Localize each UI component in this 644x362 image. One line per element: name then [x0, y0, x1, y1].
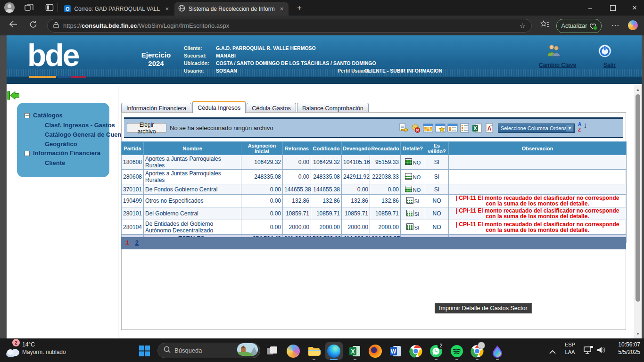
cambio-clave-link[interactable]: Cambio Clave [539, 62, 576, 68]
browser-tab-correo[interactable]: O Correo: GAD PARROQUIAL VALLE × [60, 2, 173, 16]
col-recaudado: Recaudado [370, 142, 401, 155]
scroll-up-icon[interactable]: ▲ [634, 86, 642, 93]
tab-close-icon[interactable]: × [280, 5, 284, 12]
table-row: 370101 De Fondos Gobierno Central 0.00 1… [122, 184, 627, 195]
cliente-label: Cliente: [184, 45, 202, 51]
sidebar-item-clasf-ingresos-gastos[interactable]: Clasf. Ingresos - Gastos [45, 122, 115, 129]
delete-file-icon[interactable] [411, 123, 421, 133]
page-2-link[interactable]: 2 [135, 239, 139, 246]
back-icon[interactable] [8, 20, 17, 31]
browser-menu-icon[interactable]: … [611, 18, 620, 28]
svg-text:X: X [473, 125, 477, 131]
running-indicator [354, 359, 356, 360]
window-minimize-icon[interactable]: – [581, 0, 600, 16]
detail-list-icon[interactable] [460, 123, 470, 133]
sort-column-dropdown[interactable]: Seleccione Columna Ordena ▼ [498, 123, 575, 133]
form-window-icon[interactable] [447, 123, 458, 133]
chevron-down-icon: ▼ [566, 125, 573, 132]
search-highlight-image[interactable] [237, 343, 258, 358]
bookmark-star-icon[interactable]: ☆ [520, 22, 526, 30]
language-region[interactable]: LAA [562, 349, 578, 355]
logo-stripe-blue [58, 76, 70, 78]
paint-drop-icon[interactable] [491, 345, 504, 358]
detail-grid-icon[interactable] [405, 186, 412, 192]
outlook-icon: O [64, 5, 71, 12]
taskbar-search[interactable]: Búsqueda [157, 343, 260, 358]
detail-grid-icon[interactable] [406, 223, 413, 230]
file-explorer-icon[interactable] [307, 345, 321, 358]
sort-az-icon[interactable]: A Z ↓ [578, 122, 589, 134]
new-window-icon[interactable] [435, 123, 446, 133]
ubicacion-label: Ubicación: [184, 60, 209, 66]
detail-grid-icon[interactable] [405, 158, 412, 165]
users-icon[interactable] [545, 44, 562, 59]
sidebar-item-geografico[interactable]: Geográfico [45, 140, 77, 148]
url-bar[interactable]: https://consulta.bde.fin.ec/WebSim/Login… [47, 19, 532, 33]
table-view-icon[interactable] [423, 123, 433, 133]
upload-file-icon[interactable] [398, 123, 409, 133]
actualizar-button[interactable]: Actualizar [556, 19, 602, 33]
tab-balance-comprobacion[interactable]: Balance Comprobación [297, 103, 369, 113]
detail-grid-icon[interactable] [405, 173, 412, 180]
tab-actions-icon[interactable] [45, 3, 54, 14]
copilot-taskbar-icon[interactable] [287, 345, 300, 358]
profile-avatar-icon[interactable] [4, 2, 15, 13]
scrollbar-thumb[interactable] [636, 94, 640, 302]
firefox-icon[interactable] [369, 345, 382, 358]
edge-icon[interactable] [327, 345, 340, 358]
new-tab-icon[interactable]: + [294, 3, 305, 13]
collapse-node-icon[interactable] [25, 113, 30, 118]
sucursal-value: MANABI [216, 53, 236, 58]
window-close-icon[interactable]: × [625, 0, 644, 16]
workspaces-icon[interactable] [25, 3, 33, 14]
sidebar-item-informacion-financiera[interactable]: Información Financiera [33, 149, 100, 156]
network-icon[interactable] [584, 346, 594, 357]
favorites-icon[interactable] [540, 20, 550, 31]
collapse-node-icon[interactable] [25, 151, 30, 156]
sidebar-item-cliente[interactable]: Cliente [45, 159, 65, 166]
logo-stripe-red [71, 76, 86, 78]
spotify-icon[interactable] [450, 345, 463, 358]
excel-export-icon[interactable]: X [472, 123, 482, 133]
weather-desc[interactable]: Mayorm. nublado [22, 349, 66, 355]
svg-text:X: X [351, 348, 355, 355]
tray-clock-time[interactable]: 10:56:07 [606, 341, 640, 348]
tray-clock-date[interactable]: 5/5/2025 [606, 349, 640, 355]
window-maximize-icon[interactable] [603, 0, 622, 16]
col-asignacion: Asignación Inicial [241, 142, 283, 155]
start-button-icon[interactable] [139, 346, 150, 358]
sidebar-item-catalogos[interactable]: Catálogos [33, 112, 63, 119]
tab-cedula-ingresos[interactable]: Cédula Ingresos [192, 101, 246, 113]
url-scheme: https:// [63, 22, 82, 29]
tab-informacion-financiera[interactable]: Información Financiera [121, 103, 191, 113]
table-row: 280104 De Entidades del Gobierno Autónom… [122, 220, 627, 235]
chrome-profile-icon[interactable] [471, 345, 484, 358]
collapse-menu-icon[interactable] [7, 90, 20, 103]
whatsapp-icon[interactable]: 2 [429, 345, 443, 358]
tray-chevron-icon[interactable] [549, 348, 556, 356]
pdf-export-icon[interactable]: A [484, 123, 495, 133]
chrome-icon[interactable] [409, 345, 422, 358]
weather-icon[interactable] [5, 346, 21, 360]
refresh-icon[interactable] [29, 20, 38, 31]
sort-dropdown-value: Seleccione Columna Ordena [501, 125, 566, 131]
task-view-icon[interactable] [265, 345, 279, 358]
tab-close-icon[interactable]: × [165, 5, 169, 12]
page-scrollbar[interactable]: ▲ ▼ [634, 85, 642, 338]
sidebar-item-catalogo-general[interactable]: Catálogo General de Cuentas [45, 131, 130, 138]
browser-tab-sistema[interactable]: Sistema de Recoleccion de Inform × [174, 2, 289, 16]
scroll-down-icon[interactable]: ▼ [634, 330, 642, 337]
word-icon[interactable]: W [389, 345, 402, 358]
language-indicator[interactable]: ESP [562, 342, 578, 347]
copilot-icon[interactable] [628, 20, 638, 30]
actualizar-label: Actualizar [561, 23, 587, 29]
power-icon[interactable] [598, 44, 612, 60]
detail-grid-icon[interactable] [406, 197, 413, 204]
excel-icon[interactable]: X [348, 345, 362, 358]
tab-cedula-gastos[interactable]: Cédula Gastos [247, 103, 296, 113]
salir-link[interactable]: Salir [603, 62, 616, 68]
volume-icon[interactable] [597, 346, 606, 356]
weather-temp[interactable]: 14°C [22, 341, 35, 348]
choose-file-button[interactable]: Elegir archivo [127, 123, 166, 133]
detail-grid-icon[interactable] [406, 210, 413, 216]
